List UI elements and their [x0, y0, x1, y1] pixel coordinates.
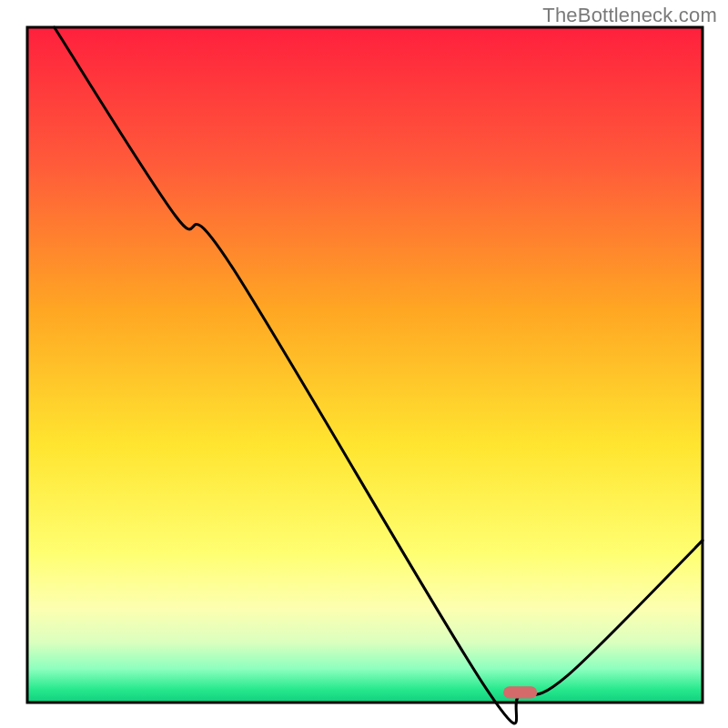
bottleneck-chart — [0, 0, 728, 728]
optimal-marker — [503, 686, 537, 698]
chart-container: TheBottleneck.com — [0, 0, 728, 728]
watermark-text: TheBottleneck.com — [542, 4, 717, 27]
plot-background — [27, 27, 703, 703]
